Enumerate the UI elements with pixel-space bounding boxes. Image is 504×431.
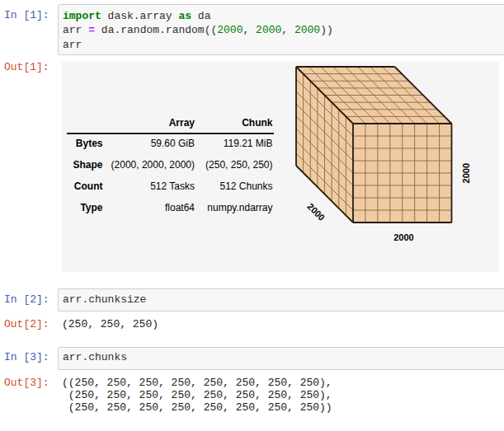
- svg-text:2000: 2000: [305, 201, 327, 223]
- svg-text:2000: 2000: [461, 163, 471, 183]
- svg-text:2000: 2000: [393, 232, 413, 242]
